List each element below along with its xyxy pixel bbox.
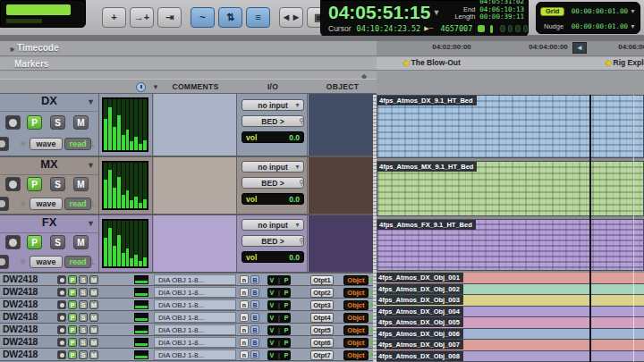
object-cell[interactable]	[309, 215, 377, 272]
track-view-selector[interactable]: wave	[30, 256, 63, 268]
automation-follows-edit-button[interactable]: ⇅	[218, 7, 242, 28]
solo-button[interactable]: S	[79, 275, 88, 284]
input-monitor-button[interactable]: P	[68, 350, 77, 359]
track-view-selector[interactable]: wave	[30, 198, 63, 210]
track-name[interactable]: DX▼	[0, 94, 98, 112]
timecode-ruler[interactable]: 04:02:00:00 04:04:00:00 04:06:00:00 ◄	[377, 41, 644, 55]
chevron-down-icon[interactable]: ▼	[630, 8, 636, 14]
mute-button[interactable]: M	[73, 177, 89, 191]
solo-button[interactable]: S	[79, 325, 88, 334]
comments-cell[interactable]	[154, 157, 237, 214]
chevron-down-icon[interactable]: ▼	[87, 97, 95, 106]
record-enable-button[interactable]	[57, 338, 66, 347]
audio-clip-obj[interactable]: 4fps_Atmos_DX_Obj_002	[377, 284, 644, 296]
audio-clip-obj[interactable]: 4fps_Atmos_DX_Obj_005	[377, 317, 644, 329]
bus-button[interactable]: B	[250, 350, 259, 359]
automation-mode-button[interactable]: read	[64, 198, 91, 210]
narrow-button[interactable]: n	[240, 338, 249, 347]
output-window-icon[interactable]: ⊥	[89, 257, 97, 267]
input-selector[interactable]: no input▼	[242, 161, 304, 173]
solo-button[interactable]: S	[79, 288, 88, 297]
output-selector[interactable]: Otpt7	[310, 350, 334, 360]
record-enable-button[interactable]	[5, 177, 21, 191]
comments-cell[interactable]	[154, 215, 237, 272]
mirrored-editing-button[interactable]: ~	[191, 7, 215, 28]
mute-button[interactable]: M	[89, 288, 98, 297]
solo-button[interactable]: S	[50, 235, 65, 249]
input-monitor-button[interactable]: P	[68, 300, 77, 309]
output-window-icon[interactable]: ⊥	[89, 199, 97, 209]
object-toggle-button[interactable]: Objct	[343, 288, 369, 298]
comments-cell[interactable]: DIA OBJ 1-8...	[154, 299, 236, 310]
narrow-button[interactable]: n	[240, 313, 249, 322]
output-selector[interactable]: Otpt2	[310, 288, 334, 298]
chevron-down-icon[interactable]: ▼	[630, 23, 636, 29]
chevron-down-icon[interactable]: ▼	[87, 219, 95, 228]
track-name[interactable]: FX▼	[0, 215, 98, 233]
input-selector[interactable]: no input▼	[242, 99, 304, 111]
comments-column-header[interactable]: COMMENTS	[154, 82, 237, 91]
record-enable-button[interactable]	[5, 115, 21, 130]
narrow-button[interactable]: n	[240, 288, 249, 297]
zoom-toggle-button[interactable]: +	[102, 7, 126, 28]
narrow-button[interactable]: n	[240, 350, 249, 359]
object-column-header[interactable]: OBJECT	[309, 82, 377, 91]
mute-button[interactable]: M	[89, 325, 98, 334]
audio-clip-obj[interactable]: 4fps_Atmos_DX_Obj_007	[377, 340, 644, 351]
object-toggle-button[interactable]: Objct	[343, 338, 369, 348]
input-monitor-button[interactable]: P	[68, 275, 77, 284]
output-selector[interactable]: Otpt4	[310, 313, 334, 323]
solo-button[interactable]: S	[79, 300, 88, 309]
chevron-down-icon[interactable]: ▼	[87, 161, 95, 170]
input-button[interactable]	[0, 197, 9, 211]
layered-editing-button[interactable]: ≡	[246, 7, 270, 28]
nudge-value[interactable]: 00:00:00:01.00	[572, 22, 628, 30]
grid-value[interactable]: 00:00:00:01.00	[572, 7, 628, 15]
volume-readout[interactable]: vol0.0	[242, 131, 304, 143]
output-selector[interactable]: Otpt3	[310, 300, 334, 310]
mute-button[interactable]: M	[89, 350, 98, 359]
mute-button[interactable]: M	[73, 235, 89, 249]
audio-clip-obj[interactable]: 4fps_Atmos_DX_Obj_004	[377, 307, 644, 318]
output-selector[interactable]: BED >⚲	[242, 115, 304, 127]
object-toggle-button[interactable]: Objct	[343, 300, 369, 310]
bus-button[interactable]: B	[250, 313, 259, 322]
track-name[interactable]: DW2418	[3, 286, 38, 297]
record-enable-button[interactable]	[57, 350, 66, 359]
metronome-icon[interactable]	[490, 25, 493, 33]
mute-button[interactable]: M	[89, 300, 98, 309]
grid-mode-button[interactable]: Grid	[540, 7, 564, 16]
solo-button[interactable]: S	[79, 313, 88, 322]
marker-the-blow-out[interactable]: ◆The Blow-Out	[403, 58, 461, 67]
record-enable-button[interactable]	[57, 275, 66, 284]
solo-button[interactable]: S	[50, 115, 65, 130]
audio-clip-obj[interactable]: 4fps_Atmos_DX_Obj_008	[377, 351, 644, 362]
object-cell[interactable]	[309, 94, 377, 156]
audio-clip-dx-bed[interactable]: 4fps_Atmos_DX_9.1_HT_Bed	[377, 95, 644, 158]
vol-pan-readout[interactable]: V|P	[267, 338, 291, 348]
comments-cell[interactable]: DIA OBJ 1-8...	[154, 324, 236, 335]
main-counter[interactable]: 04:05:51:15▼	[328, 2, 440, 23]
audio-clip-obj[interactable]: 4fps_Atmos_DX_Obj_006	[377, 329, 644, 341]
vol-pan-readout[interactable]: V|P	[267, 313, 291, 323]
solo-button[interactable]: S	[79, 338, 88, 347]
object-toggle-button[interactable]: Objct	[343, 313, 369, 323]
vol-pan-readout[interactable]: V|P	[267, 300, 291, 310]
vol-pan-readout[interactable]: V|P	[267, 275, 291, 285]
ruler-collapse-icon[interactable]: ▸	[11, 45, 14, 53]
output-selector[interactable]: Otpt5	[310, 325, 334, 335]
narrow-button[interactable]: n	[240, 325, 249, 334]
bus-button[interactable]: B	[250, 325, 259, 334]
track-view-selector[interactable]: wave	[30, 138, 63, 150]
output-window-icon[interactable]: ⊥	[89, 139, 97, 149]
input-selector[interactable]: no input▼	[242, 219, 304, 231]
vol-pan-readout[interactable]: V|P	[267, 288, 291, 298]
input-monitor-button[interactable]: P	[68, 313, 77, 322]
automation-mode-button[interactable]: read	[64, 256, 91, 268]
output-selector[interactable]: Otpt6	[310, 338, 334, 348]
link-timeline-edit-button[interactable]: ⇥	[157, 7, 182, 28]
narrow-button[interactable]: n	[240, 300, 249, 309]
record-enable-button[interactable]	[57, 313, 66, 322]
track-name[interactable]: DW2418	[3, 336, 38, 347]
comments-cell[interactable]: DIA OBJ 1-8...	[154, 287, 236, 298]
